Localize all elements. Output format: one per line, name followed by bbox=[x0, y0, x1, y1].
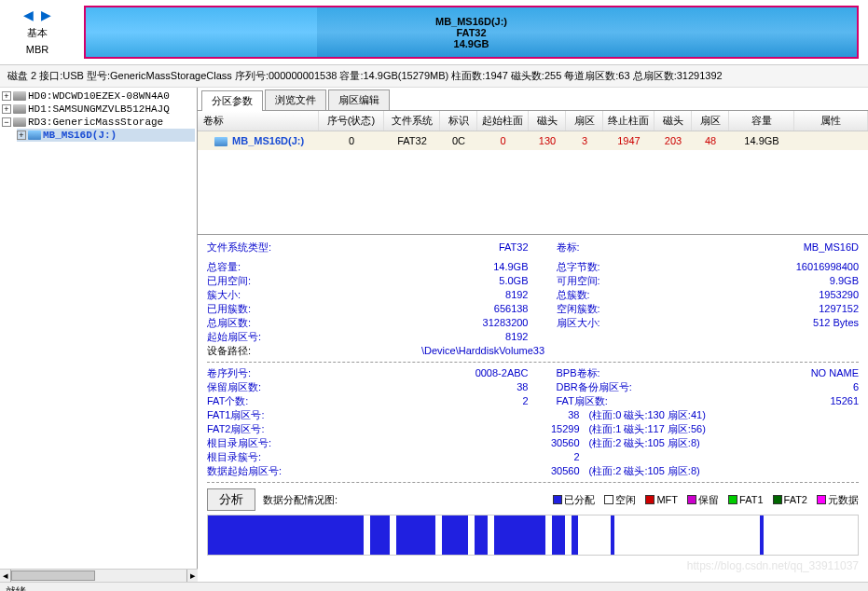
analyze-button[interactable]: 分析 bbox=[207, 488, 255, 511]
expand-icon[interactable]: + bbox=[2, 104, 11, 114]
tab-partition-params[interactable]: 分区参数 bbox=[201, 90, 263, 111]
partition-type-label: 基本 bbox=[0, 26, 75, 40]
disk-tree[interactable]: + HD0:WDCWD10EZEX-08WN4A0 + HD1:SAMSUNGM… bbox=[0, 88, 198, 569]
nav-back-icon[interactable]: ◀ bbox=[23, 7, 34, 22]
scrollbar-thumb[interactable] bbox=[11, 570, 95, 581]
legend-meta-icon bbox=[817, 495, 826, 504]
tab-bar: 分区参数 浏览文件 扇区编辑 bbox=[198, 88, 868, 111]
legend-fat2-icon bbox=[773, 495, 782, 504]
legend-mft-icon bbox=[645, 495, 654, 504]
legend-reserved-icon bbox=[687, 495, 696, 504]
partition-table-header: 卷标 序号(状态) 文件系统 标识 起始柱面 磁头 扇区 终止柱面 磁头 扇区 … bbox=[198, 111, 868, 131]
status-bar: 就绪 bbox=[0, 582, 868, 591]
partition-row[interactable]: MB_MS16D(J:) 0 FAT32 0C 0 130 3 1947 203… bbox=[198, 131, 868, 150]
partition-bar-size: 14.9GB bbox=[435, 38, 507, 49]
partition-bar-name: MB_MS16D(J:) bbox=[435, 16, 507, 27]
partition-icon bbox=[214, 137, 227, 146]
tree-rd3[interactable]: − RD3:GenericMassStorage bbox=[2, 116, 195, 129]
watermark: https://blog.csdn.net/qq_33911037 bbox=[687, 559, 859, 572]
legend-fat1-icon bbox=[728, 495, 737, 504]
legend-allocated-icon bbox=[553, 495, 562, 504]
mbr-label: MBR bbox=[0, 44, 75, 55]
scroll-left-icon[interactable]: ◂ bbox=[0, 570, 11, 582]
partition-details: 文件系统类型: FAT32 卷标: MB_MS16D 总容量: 14.9GB 总… bbox=[198, 234, 868, 582]
partition-visual-bar[interactable]: MB_MS16D(J:) FAT32 14.9GB bbox=[84, 6, 859, 59]
tab-sector-edit[interactable]: 扇区编辑 bbox=[328, 89, 390, 110]
expand-icon[interactable]: + bbox=[17, 131, 26, 140]
partition-bar-fs: FAT32 bbox=[435, 27, 507, 38]
alloc-map-label: 数据分配情况图: bbox=[263, 493, 338, 507]
allocation-map[interactable] bbox=[207, 515, 859, 556]
legend-free-icon bbox=[604, 495, 613, 504]
disk-icon bbox=[13, 117, 26, 127]
tree-rd3-partition[interactable]: + MB_MS16D(J:) bbox=[17, 129, 195, 142]
disk-icon bbox=[13, 91, 26, 101]
disk-info-line: 磁盘 2 接口:USB 型号:GenericMassStorageClass 序… bbox=[0, 65, 868, 88]
partition-icon bbox=[28, 131, 41, 140]
tree-hd0[interactable]: + HD0:WDCWD10EZEX-08WN4A0 bbox=[2, 89, 195, 103]
expand-icon[interactable]: + bbox=[2, 91, 11, 101]
collapse-icon[interactable]: − bbox=[2, 117, 11, 127]
disk-icon bbox=[13, 104, 26, 114]
legend: 已分配 空闲 MFT 保留 FAT1 FAT2 元数据 bbox=[553, 493, 859, 507]
tree-scrollbar[interactable]: ◂ ▸ bbox=[0, 569, 198, 582]
nav-forward-icon[interactable]: ▶ bbox=[41, 7, 51, 22]
tree-hd1[interactable]: + HD1:SAMSUNGMZVLB512HAJQ bbox=[2, 103, 195, 116]
scroll-right-icon[interactable]: ▸ bbox=[186, 570, 198, 582]
tab-browse-files[interactable]: 浏览文件 bbox=[265, 89, 326, 110]
